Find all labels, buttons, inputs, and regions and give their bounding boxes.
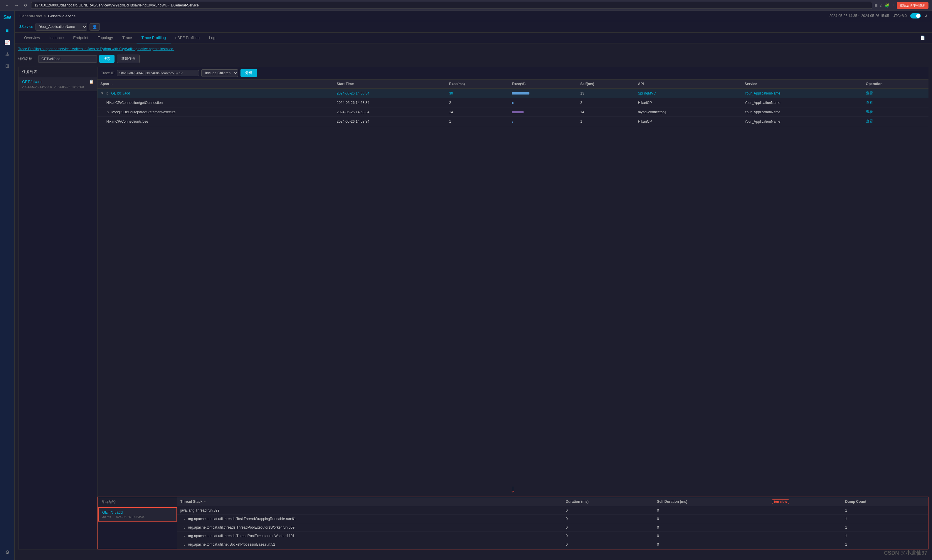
thread-name: org.apache.tomcat.util.threads.ThreadPoo… [188, 525, 294, 529]
sidebar-item-chart[interactable]: 📈 [2, 37, 12, 48]
tab-topology[interactable]: Topology [93, 32, 118, 43]
expand-toggle[interactable]: ▼ [100, 91, 104, 95]
expand-toggle[interactable]: ∨ [183, 517, 186, 521]
doc-icon[interactable]: 📄 [918, 35, 927, 40]
service-dropdown[interactable]: Your_ApplicationName [35, 23, 87, 31]
sidebar-item-widgets[interactable]: ⊞ [2, 60, 12, 71]
service-cell: Your_ApplicationName [742, 108, 863, 117]
col-start-time: Start Time [334, 80, 446, 89]
tab-log[interactable]: Log [204, 32, 220, 43]
forward-button[interactable]: → [13, 2, 20, 8]
view-link[interactable]: 查看 [866, 110, 873, 114]
top-slow-badge[interactable]: top slow [772, 499, 789, 504]
self-ms-cell: 13 [577, 89, 635, 98]
tab-overview[interactable]: Overview [19, 32, 45, 43]
extensions-icon[interactable]: 🧩 [885, 3, 889, 8]
tab-instance[interactable]: Instance [45, 32, 68, 43]
expand-toggle[interactable]: ∨ [183, 525, 186, 529]
thread-row: java.lang.Thread.run:829 0 0 1 [177, 506, 928, 515]
expand-toggle[interactable]: ∨ [183, 542, 186, 546]
thread-stack-cell: ∨ org.apache.tomcat.util.threads.ThreadP… [177, 532, 563, 540]
top-slow-cell [769, 523, 842, 532]
restart-button[interactable]: 重新启动即可更新 [897, 2, 929, 9]
sidebar-item-alert[interactable]: ⚠ [2, 49, 12, 59]
url-bar[interactable] [31, 2, 872, 9]
sampling-item[interactable]: GET:/cli/add 30 ms 2024-05-26 14:53:34 [98, 507, 177, 522]
search-label: 端点名称： [18, 56, 36, 62]
analyze-button[interactable]: 分析 [240, 69, 257, 77]
service-info-button[interactable]: 👤 [89, 23, 100, 31]
span-type-icon: 🗋 [106, 92, 109, 95]
arrow-section: ↓ [97, 482, 929, 497]
sampling-list: 采样结论 GET:/cli/add 30 ms 2024-05-26 14:53… [98, 497, 177, 549]
top-header: General-Root > General-Service 2024-05-2… [15, 11, 932, 21]
translate-icon[interactable]: ⊞ [875, 3, 878, 8]
logo: Sw [2, 13, 12, 22]
theme-toggle[interactable] [910, 13, 921, 18]
thread-name: org.apache.tomcat.util.net.SocketProcess… [188, 542, 275, 546]
spans-table: Span ↔ Start Time Exec(ms) Exec(%) Self(… [97, 80, 929, 126]
col-duration: Duration (ms) [563, 497, 654, 506]
view-link[interactable]: 查看 [866, 119, 873, 123]
trace-id-input[interactable] [117, 70, 199, 76]
span-cell: HikariCP/Connection/getConnection [97, 98, 334, 108]
expand-toggle[interactable]: ∨ [183, 534, 186, 538]
service-link[interactable]: Your_ApplicationName [745, 91, 781, 95]
col-span: Span ↔ [97, 80, 334, 89]
sampling-duration: 30 ms [102, 515, 111, 518]
task-item-name: GET:/cli/add [22, 80, 94, 84]
span-name: Mysql/JDBC/PreparedStatement/execute [111, 110, 176, 114]
span-name[interactable]: GET:/cli/add [111, 91, 130, 95]
operation-cell: 查看 [863, 98, 929, 108]
self-ms-cell: 14 [577, 108, 635, 117]
include-children-select[interactable]: Include Children [202, 69, 238, 77]
tab-endpoint[interactable]: Endpoint [68, 32, 93, 43]
exec-ms-cell: 30 [446, 89, 509, 98]
info-banner[interactable]: Trace Profiling supported services writt… [18, 47, 929, 51]
db-icon: 🗋 [106, 111, 109, 114]
service-cell: Your_ApplicationName [742, 98, 863, 108]
sidebar-item-dashboard[interactable]: ■ [2, 25, 12, 36]
sampling-item-name: GET:/cli/add [102, 510, 173, 514]
back-button[interactable]: ← [3, 2, 11, 8]
view-link[interactable]: 查看 [866, 100, 873, 105]
breadcrumb-root[interactable]: General-Root [19, 14, 42, 18]
trace-id-label: Trace ID [101, 71, 114, 75]
exec-bar-fill [512, 92, 530, 94]
refresh-button[interactable]: ↻ [22, 2, 29, 8]
down-arrow-icon: ↓ [510, 484, 516, 494]
start-time-cell: 2024-05-26 14:53:34 [334, 108, 446, 117]
search-button[interactable]: 搜索 [99, 55, 114, 63]
task-item[interactable]: 📋 GET:/cli/add 2024-05-26 14:53:00 2024-… [18, 77, 97, 91]
self-ms-cell: 1 [577, 117, 635, 126]
sidebar-item-settings[interactable]: ⚙ [2, 547, 12, 557]
new-task-button[interactable]: 新建任务 [117, 55, 140, 63]
dump-count-cell: 1 [842, 506, 928, 515]
self-duration-cell: 0 [654, 515, 769, 523]
search-input[interactable] [38, 55, 97, 63]
exec-pct-cell [509, 98, 577, 108]
tab-trace[interactable]: Trace [118, 32, 137, 43]
view-link[interactable]: 查看 [866, 91, 873, 95]
service-select: $Service Your_ApplicationName 👤 [19, 23, 100, 31]
thread-name: java.lang.Thread.run:829 [180, 508, 219, 512]
reload-icon[interactable]: ↺ [924, 14, 927, 18]
menu-icon[interactable]: ⋮ [891, 3, 895, 8]
start-time-cell: 2024-05-26 14:53:34 [334, 98, 446, 108]
span-cell: 🗋 Mysql/JDBC/PreparedStatement/execute [97, 108, 334, 117]
exec-pct-cell [509, 89, 577, 98]
bottom-panel: 采样结论 GET:/cli/add 30 ms 2024-05-26 14:53… [97, 497, 929, 549]
tab-ebpf-profiling[interactable]: eBPF Profiling [171, 32, 204, 43]
col-service: Service [742, 80, 863, 89]
service-cell: Your_ApplicationName [742, 89, 863, 98]
thread-row: ∨ org.apache.tomcat.util.net.SocketProce… [177, 540, 928, 549]
col-api: API [635, 80, 742, 89]
thread-stack-cell: ∨ org.apache.tomcat.util.threads.TaskThr… [177, 515, 563, 523]
tab-trace-profiling[interactable]: Trace Profiling [137, 32, 170, 43]
thread-name: org.apache.tomcat.util.threads.ThreadPoo… [188, 534, 294, 538]
api-cell: HikariCP [635, 117, 742, 126]
exec-bar [512, 91, 575, 96]
span-cell: ▼ 🗋 GET:/cli/add [97, 89, 334, 98]
bookmark-icon[interactable]: ☆ [880, 3, 883, 8]
api-link[interactable]: SpringMVC [638, 91, 656, 95]
